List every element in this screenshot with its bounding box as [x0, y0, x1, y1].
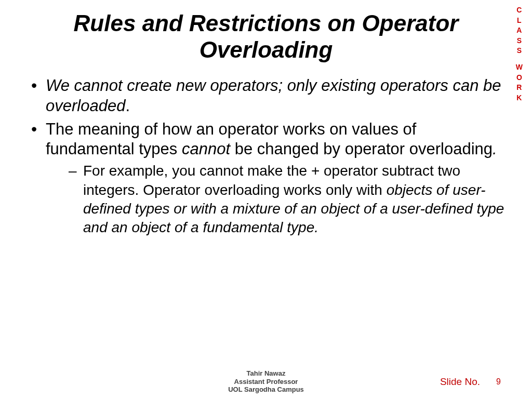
side-letter: W	[516, 62, 523, 73]
side-letter: K	[516, 93, 522, 103]
bullet-list: We cannot create new operators; only exi…	[26, 76, 506, 237]
side-letter: S	[517, 46, 522, 56]
footer-title: Assistant Professor	[228, 378, 304, 386]
bullet-2-period: .	[493, 140, 497, 158]
slide-number-value: 9	[496, 377, 501, 387]
slide-title: Rules and Restrictions on Operator Overl…	[0, 0, 532, 68]
content-area: We cannot create new operators; only exi…	[0, 68, 532, 237]
slide-number-label: Slide No.	[440, 376, 480, 388]
footer-author: Tahir Nawaz	[228, 369, 304, 378]
side-letter: C	[516, 5, 522, 16]
footer-credit: Tahir Nawaz Assistant Professor UOL Sarg…	[228, 369, 304, 394]
footer-campus: UOL Sargodha Campus	[228, 385, 304, 394]
bullet-item-1: We cannot create new operators; only exi…	[26, 76, 506, 116]
sub-bullet-item-1: For example, you cannot make the + opera…	[46, 162, 506, 237]
bullet-item-2: The meaning of how an operator works on …	[26, 119, 506, 237]
bullet-2-cannot: cannot	[182, 140, 230, 158]
class-work-label: C L A S S W O R K	[516, 5, 523, 103]
side-letter: A	[516, 25, 522, 36]
side-letter: R	[516, 83, 522, 93]
bullet-1-period: .	[125, 97, 130, 115]
side-letter: S	[517, 36, 522, 46]
side-letter: L	[517, 16, 522, 26]
bullet-1-text-italic: We cannot create new operators; only exi…	[46, 76, 501, 115]
side-letter: O	[516, 73, 522, 83]
bullet-2-text-b: be changed by operator overloading	[230, 140, 493, 158]
